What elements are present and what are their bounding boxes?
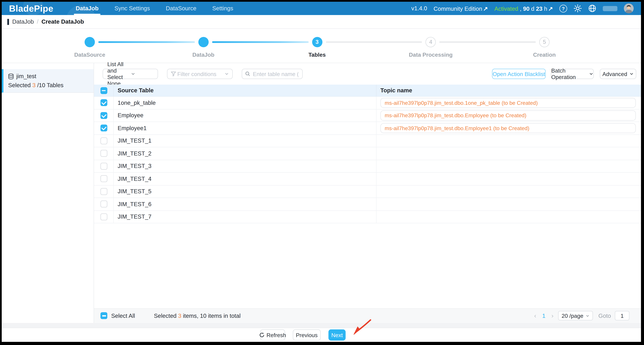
row-checkbox[interactable] (100, 162, 107, 170)
wizard-step: 5 Creation (539, 37, 550, 47)
goto-page-input[interactable] (615, 311, 630, 320)
bottom-action-bar: Refresh Previous Next (2, 328, 641, 342)
row-checkbox[interactable] (100, 125, 107, 132)
advanced-dropdown[interactable]: Advanced (600, 69, 636, 79)
next-page-icon[interactable]: › (550, 312, 554, 319)
user-avatar[interactable] (624, 4, 634, 13)
license-status-link[interactable]: Activated , 90 d 23 h↗ (494, 5, 553, 12)
wizard-stepper: 1 DataSource 2 DataJob 3 Tables 4 (2, 29, 641, 47)
activated-badge: Activated (494, 6, 518, 12)
filter-conditions-dropdown[interactable]: Filter conditions (167, 69, 233, 79)
table-content: List All and Select None Filter conditio… (94, 63, 641, 323)
previous-button[interactable]: Previous (293, 330, 321, 340)
batch-operation-dropdown[interactable]: Batch Operation (551, 69, 594, 79)
table-row: Employee ms-ail7he397lp0p78.jim_test.dbo… (94, 109, 641, 122)
row-checkbox[interactable] (100, 213, 107, 220)
table-row: JIM_TEST_4 (94, 173, 641, 186)
main-panel: jim_test Selected 3 /10 Tables List All … (2, 63, 641, 323)
language-globe-icon[interactable] (588, 4, 596, 12)
breadcrumb-parent[interactable]: DataJob (12, 18, 34, 25)
wizard-step: 1 DataSource (84, 37, 95, 47)
topic-name-input[interactable]: ms-ail7he397lp0p78.jim_test.dbo.Employee… (380, 123, 636, 133)
row-checkbox[interactable] (100, 150, 107, 157)
step-circle: 2 (198, 37, 208, 47)
source-table-name: JIM_TEST_2 (118, 150, 152, 156)
topic-name-input[interactable]: ms-ail7he397lp0p78.jim_test.dbo.Employee… (380, 110, 636, 120)
table-row: JIM_TEST_6 (94, 198, 641, 211)
nav-item[interactable]: Settings (212, 2, 233, 15)
column-header-source-table: Source Table (114, 84, 376, 96)
table-toolbar: List All and Select None Filter conditio… (94, 63, 641, 84)
prev-page-icon[interactable]: ‹ (534, 312, 537, 319)
help-icon[interactable]: ? (560, 4, 567, 12)
sidebar-item-schema[interactable]: jim_test Selected 3 /10 Tables (2, 69, 94, 93)
app-logo[interactable]: BladePipe (9, 3, 54, 14)
row-checkbox[interactable] (100, 201, 107, 208)
search-input[interactable] (252, 70, 299, 78)
nav-item[interactable]: Sync Settings (114, 2, 150, 15)
row-checkbox[interactable] (100, 188, 107, 195)
wizard-step: 4 Data Processing (426, 37, 436, 47)
community-edition-link[interactable]: Community Edition↗ (434, 5, 488, 12)
step-circle: 5 (539, 37, 550, 47)
chevron-down-icon (586, 314, 589, 318)
step-connector (439, 41, 536, 43)
version-label: v1.4.0 (411, 5, 427, 12)
open-action-blacklist-button[interactable]: Open Action Blacklist (492, 69, 546, 79)
current-page[interactable]: 1 (541, 313, 547, 319)
row-checkbox[interactable] (100, 175, 107, 182)
step-label: DataJob (192, 52, 214, 58)
screenshot-frame: BladePipe DataJob Sync Settings DataSour… (0, 0, 644, 345)
step-label: DataSource (74, 52, 105, 58)
nav-item[interactable]: DataJob (76, 2, 98, 15)
select-all-header-checkbox[interactable] (100, 87, 107, 94)
row-checkbox[interactable] (100, 99, 107, 106)
source-table-name: Employee1 (118, 125, 147, 131)
search-icon (245, 71, 250, 76)
navbar-right: v1.4.0 Community Edition↗ Activated , 90… (411, 4, 634, 13)
source-table-name: 1one_pk_table (118, 100, 156, 106)
row-checkbox[interactable] (100, 112, 107, 119)
theme-sun-icon[interactable] (574, 4, 582, 12)
table-row: JIM_TEST_7 (94, 211, 641, 224)
table-body: 1one_pk_table ms-ail7he397lp0p78.jim_tes… (94, 97, 641, 223)
select-all-checkbox[interactable] (100, 312, 107, 319)
source-table-name: JIM_TEST_4 (118, 176, 152, 182)
chevron-down-icon (630, 72, 634, 76)
step-connector (212, 41, 308, 43)
source-table-name: Employee (118, 112, 144, 119)
license-days: 90 (523, 6, 530, 12)
wizard-step: 3 Tables (312, 37, 322, 47)
page-size-select[interactable]: 20 /page (558, 311, 593, 320)
source-table-name: JIM_TEST_5 (118, 188, 152, 195)
step-circle: 4 (426, 37, 436, 47)
nav-item-label: DataSource (166, 5, 196, 12)
step-circle: 1 (84, 37, 95, 47)
table-search[interactable] (242, 69, 303, 79)
page-gap (2, 323, 641, 328)
topic-name-input[interactable]: ms-ail7he397lp0p78.jim_test.dbo.1one_pk_… (380, 98, 636, 108)
username-redacted (603, 6, 618, 11)
app-window: BladePipe DataJob Sync Settings DataSour… (2, 2, 641, 342)
row-checkbox[interactable] (100, 137, 107, 144)
step-label: Data Processing (409, 52, 453, 58)
license-hours: 23 (536, 6, 542, 12)
selected-items-count: 3 (178, 313, 181, 319)
funnel-icon (171, 71, 176, 76)
table-row: JIM_TEST_2 (94, 147, 641, 160)
step-connector (326, 41, 422, 43)
nav-item[interactable]: DataSource (166, 2, 196, 15)
refresh-icon (259, 332, 264, 338)
step-label: Creation (533, 52, 556, 58)
breadcrumb: DataJob / Create DataJob (2, 15, 641, 28)
refresh-button[interactable]: Refresh (260, 330, 285, 340)
table-row: JIM_TEST_1 (94, 135, 641, 148)
schema-selected-summary: Selected 3 /10 Tables (8, 82, 94, 88)
next-button[interactable]: Next (328, 330, 346, 340)
wizard-step: 2 DataJob (198, 37, 208, 47)
breadcrumb-separator: / (37, 18, 38, 25)
list-select-dropdown[interactable]: List All and Select None (102, 69, 158, 79)
chevron-down-icon (224, 72, 229, 76)
source-table-name: JIM_TEST_3 (118, 163, 152, 169)
table-row: JIM_TEST_3 (94, 160, 641, 173)
